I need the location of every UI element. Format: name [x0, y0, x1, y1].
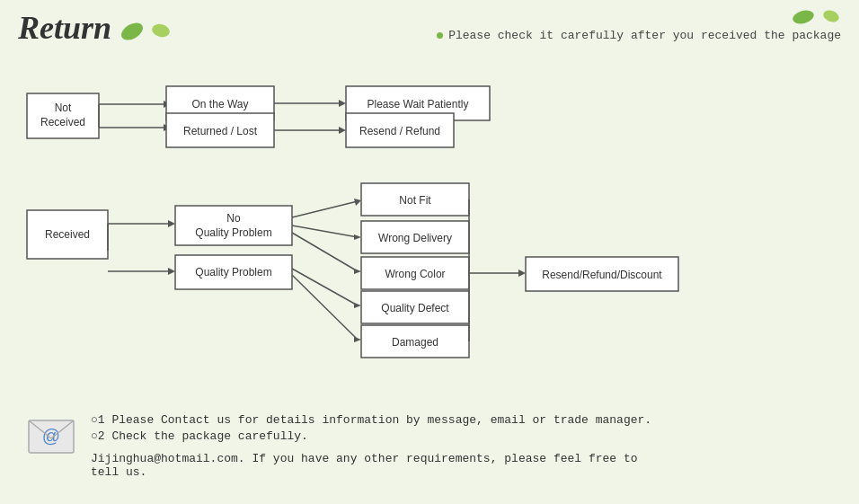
on-the-way-label: On the Way [192, 98, 249, 111]
page-container: Return Ple [0, 0, 859, 504]
arrow-q-damaged [292, 275, 358, 340]
header: Return Ple [18, 9, 841, 47]
received-label: Received [45, 228, 90, 241]
please-wait-label: Please Wait Patiently [368, 98, 469, 111]
arrowhead-11 [354, 337, 361, 342]
resend-refund-top-label: Resend / Refund [359, 125, 440, 137]
flowchart: Not Received On the Way Please Wait Pati… [18, 57, 845, 399]
info-line3: Jijinghua@hotmail.com. If you have any o… [91, 452, 651, 465]
leaf-icon-4 [821, 9, 841, 23]
arrowhead-7 [354, 199, 361, 206]
svg-point-3 [821, 9, 840, 23]
info-text-block: ○1 Please Contact us for details informa… [91, 413, 651, 479]
arrowhead-3 [339, 100, 346, 107]
damaged-label: Damaged [392, 336, 438, 349]
info-line1: ○1 Please Contact us for details informa… [91, 413, 651, 427]
no-quality-label-1: No [226, 212, 241, 225]
info-line2: ○2 Check the package carefully. [91, 429, 651, 443]
info-section: @ ○1 Please Contact us for details infor… [18, 413, 841, 479]
leaf-icon-3 [791, 9, 816, 25]
resend-refund-discount-label: Resend/Refund/Discount [542, 269, 662, 281]
svg-point-2 [792, 9, 816, 25]
wrong-delivery-label: Wrong Delivery [378, 232, 452, 244]
no-quality-label-2: Quality Problem [195, 226, 271, 239]
quality-problem-label: Quality Problem [195, 266, 271, 279]
arrow-noq-wrongdel [292, 225, 358, 237]
header-note-area: Please check it carefully after you rece… [437, 29, 841, 42]
leaf-icon-2 [150, 22, 173, 39]
arrow-q-defect [292, 269, 358, 305]
dot-icon [437, 32, 443, 39]
not-fit-label: Not Fit [399, 194, 431, 207]
header-right: Please check it carefully after you rece… [437, 9, 841, 42]
return-title: Return [18, 9, 111, 47]
arrowhead-8 [354, 234, 361, 240]
svg-point-1 [151, 22, 172, 39]
returned-lost-label: Returned / Lost [183, 125, 258, 137]
email-icon: @ [27, 413, 76, 458]
not-received-label-2: Received [40, 116, 85, 128]
arrowhead-6 [168, 268, 175, 275]
title-area: Return [18, 9, 173, 47]
svg-point-0 [119, 22, 146, 40]
arrowhead-5 [168, 220, 175, 227]
arrowhead-final [518, 270, 526, 277]
leaf-icon-1 [119, 22, 146, 40]
svg-text:@: @ [42, 426, 60, 446]
quality-defect-label: Quality Defect [381, 302, 449, 314]
arrowhead-9 [354, 269, 361, 274]
info-line4: tell us. [91, 465, 651, 479]
arrow-noq-wrongcol [292, 233, 358, 271]
leaf-decorations [119, 22, 173, 40]
header-note: Please check it carefully after you rece… [448, 29, 841, 42]
wrong-color-label: Wrong Color [385, 268, 445, 280]
arrowhead-4 [339, 127, 346, 134]
arrowhead-10 [354, 303, 361, 308]
not-received-label-1: Not [55, 102, 72, 114]
arrow-noq-notfit [292, 201, 358, 217]
top-leaf-decorations [791, 9, 841, 25]
